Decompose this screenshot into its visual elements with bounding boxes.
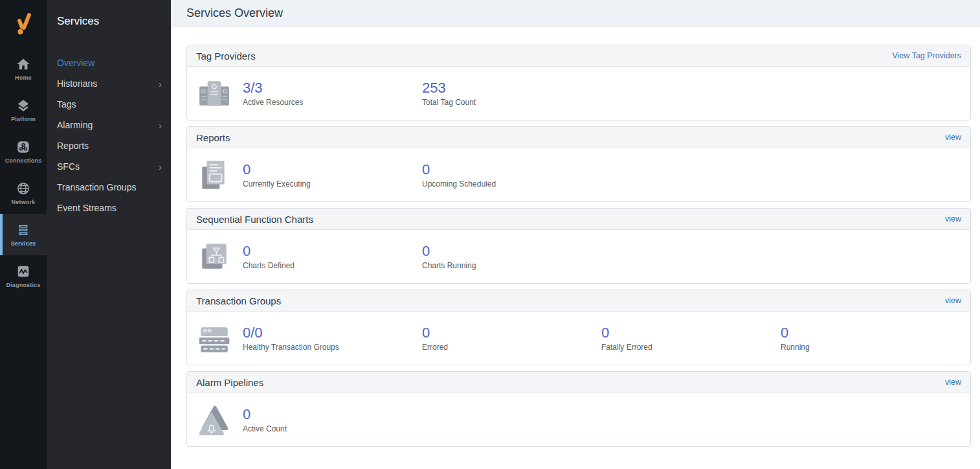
- diagnostics-icon: [16, 264, 30, 279]
- card-title: Transaction Groups: [196, 295, 281, 306]
- app-logo[interactable]: [0, 0, 47, 48]
- rail-item-label: Services: [11, 240, 36, 247]
- alarm-pipelines-icon: [197, 403, 231, 437]
- sidebar-item-label: Transaction Groups: [57, 182, 136, 192]
- rail-item-label: Platform: [11, 116, 36, 122]
- sidebar-item-label: Overview: [57, 58, 95, 68]
- sidebar-item-transaction-groups[interactable]: Transaction Groups ›: [47, 177, 171, 198]
- stat-value: 0: [422, 243, 601, 259]
- view-transaction-groups-link[interactable]: view: [945, 296, 961, 305]
- stat-label: Currently Executing: [243, 179, 422, 189]
- sidebar-item-label: Event Streams: [57, 203, 117, 213]
- sidebar-item-sfcs[interactable]: SFCs ›: [47, 156, 171, 177]
- sidebar-item-label: Reports: [57, 141, 89, 151]
- stat-label: Active Resources: [243, 98, 422, 107]
- view-reports-link[interactable]: view: [945, 133, 961, 142]
- sidebar-item-tags[interactable]: Tags ›: [47, 94, 171, 115]
- page-header: Services Overview: [171, 0, 980, 27]
- stat-label: Charts Defined: [243, 261, 422, 270]
- sidebar-item-reports[interactable]: Reports ›: [47, 135, 171, 156]
- card-header: Sequential Function Charts view: [187, 209, 970, 230]
- card-header: Tag Providers View Tag Providers: [187, 45, 970, 67]
- stat-label: Running: [781, 343, 960, 352]
- page-title: Services Overview: [186, 6, 283, 20]
- stat-charts-running: 0 Charts Running: [422, 243, 601, 270]
- rail-item-network[interactable]: Network: [0, 172, 47, 214]
- rail-item-home[interactable]: Home: [0, 48, 47, 89]
- card-reports: Reports view 0 Currently Executing: [186, 126, 971, 202]
- stat-charts-defined: 0 Charts Defined: [243, 243, 422, 270]
- rail-item-label: Network: [12, 199, 36, 205]
- stat-running: 0 Running: [781, 325, 960, 352]
- sidebar-menu: Services Overview › Historians › Tags › …: [47, 0, 171, 469]
- sidebar-item-event-streams[interactable]: Event Streams ›: [47, 198, 171, 218]
- transaction-groups-icon: [197, 321, 231, 355]
- sidebar-item-historians[interactable]: Historians ›: [47, 73, 171, 94]
- stat-value: 0: [243, 161, 422, 177]
- stat-label: Fatally Errored: [601, 343, 781, 352]
- rail-item-label: Home: [15, 74, 32, 81]
- chevron-right-icon: ›: [159, 162, 162, 172]
- stat-value: 0: [243, 243, 422, 259]
- card-body: 3/3 Active Resources 253 Total Tag Count: [187, 67, 970, 120]
- stat-label: Total Tag Count: [422, 98, 601, 107]
- stat-value: 0: [601, 325, 781, 341]
- stat-label: Upcoming Scheduled: [422, 179, 601, 189]
- stat-value: 0/0: [243, 325, 422, 341]
- overview-cards: Tag Providers View Tag Providers: [171, 27, 980, 464]
- sidebar-title: Services: [47, 0, 171, 28]
- card-header: Reports view: [187, 127, 970, 148]
- sidebar-item-label: Alarming: [57, 120, 93, 130]
- sidebar-menu-list: Overview › Historians › Tags › Alarming …: [47, 52, 171, 218]
- stat-value: 0: [422, 325, 601, 341]
- stat-active-resources: 3/3 Active Resources: [243, 80, 422, 107]
- rail-item-diagnostics[interactable]: Diagnostics: [0, 255, 47, 297]
- card-title: Tag Providers: [196, 51, 256, 62]
- card-title: Reports: [196, 132, 230, 143]
- card-sequential-function-charts: Sequential Function Charts view: [186, 208, 971, 284]
- rail-item-label: Connections: [5, 157, 42, 164]
- rail-item-services[interactable]: Services: [0, 214, 47, 255]
- card-title: Alarm Pipelines: [196, 377, 263, 388]
- stat-currently-executing: 0 Currently Executing: [243, 161, 422, 189]
- icon-rail: Home Platform Connections: [0, 0, 47, 469]
- network-icon: [16, 181, 30, 196]
- rail-item-platform[interactable]: Platform: [0, 89, 47, 131]
- view-tag-providers-link[interactable]: View Tag Providers: [892, 51, 961, 60]
- rail-item-connections[interactable]: Connections: [0, 131, 47, 172]
- stat-value: 0: [243, 406, 422, 422]
- platform-icon: [16, 98, 30, 113]
- chevron-right-icon: ›: [159, 120, 162, 130]
- card-body: 0 Active Count: [187, 393, 970, 446]
- ignition-logo-icon: [9, 10, 38, 38]
- stat-label: Errored: [422, 343, 601, 352]
- stat-value: 3/3: [243, 80, 422, 96]
- chevron-right-icon: ›: [159, 79, 162, 89]
- stat-value: 253: [422, 80, 601, 96]
- stat-active-count: 0 Active Count: [243, 406, 422, 433]
- stat-value: 0: [422, 161, 601, 177]
- view-sfcs-link[interactable]: view: [945, 214, 961, 223]
- sidebar-item-label: Historians: [57, 78, 97, 89]
- home-icon: [16, 57, 30, 71]
- stat-upcoming-scheduled: 0 Upcoming Scheduled: [422, 161, 601, 189]
- card-tag-providers: Tag Providers View Tag Providers: [186, 45, 971, 120]
- card-body: 0/0 Healthy Transaction Groups 0 Errored…: [187, 312, 970, 365]
- connections-icon: [16, 140, 30, 154]
- stat-healthy-transaction-groups: 0/0 Healthy Transaction Groups: [243, 325, 422, 352]
- card-body: 0 Currently Executing 0 Upcoming Schedul…: [187, 148, 970, 201]
- view-alarm-pipelines-link[interactable]: view: [945, 378, 961, 387]
- card-title: Sequential Function Charts: [196, 214, 313, 225]
- card-transaction-groups: Transaction Groups view 0/0 Healthy Tran…: [186, 290, 971, 365]
- sidebar-item-label: SFCs: [57, 161, 80, 172]
- sidebar-item-overview[interactable]: Overview ›: [47, 52, 171, 73]
- sidebar-item-label: Tags: [57, 99, 76, 109]
- reports-icon: [197, 158, 231, 192]
- main-content: Services Overview Tag Providers View Tag…: [171, 0, 980, 469]
- services-icon: [16, 223, 30, 237]
- stat-errored: 0 Errored: [422, 325, 601, 352]
- sidebar-item-alarming[interactable]: Alarming ›: [47, 115, 171, 135]
- card-alarm-pipelines: Alarm Pipelines view 0 Active Count: [186, 371, 971, 447]
- card-header: Alarm Pipelines view: [187, 372, 970, 393]
- stat-label: Charts Running: [422, 261, 601, 270]
